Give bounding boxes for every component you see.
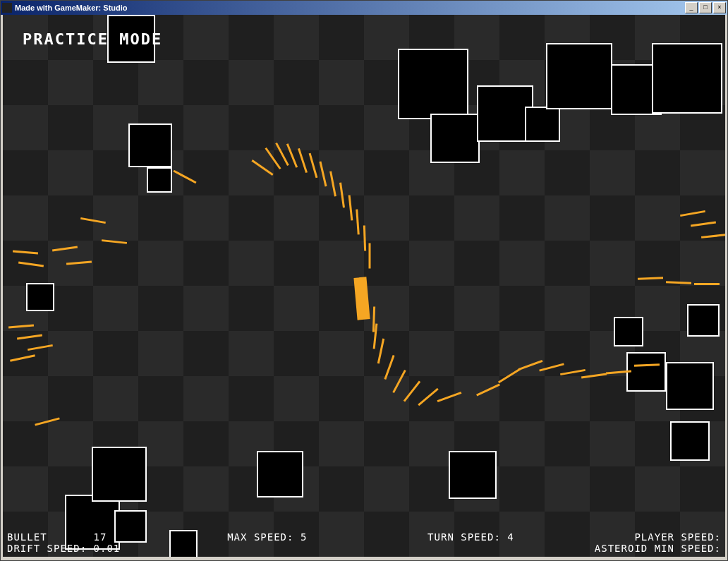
- asteroid: [687, 304, 720, 337]
- asteroid: [666, 362, 714, 410]
- stat-player-speed: PLAYER SPEED:: [634, 531, 721, 543]
- stat-max-speed: MAX SPEED: 5: [227, 531, 307, 543]
- window-frame: Made with GameMaker: Studio _ □ × PRACTI…: [0, 0, 728, 561]
- game-viewport[interactable]: PRACTICE MODE BULLET 17 MAX SPEED: 5 TUR…: [3, 15, 725, 557]
- asteroid: [92, 447, 147, 502]
- asteroid: [128, 123, 172, 167]
- asteroid: [449, 451, 497, 499]
- asteroid: [546, 43, 612, 109]
- title-bar[interactable]: Made with GameMaker: Studio _ □ ×: [1, 1, 727, 15]
- app-icon: [2, 3, 12, 13]
- hud-bottom: BULLET 17 MAX SPEED: 5 TURN SPEED: 4 PLA…: [3, 531, 725, 554]
- bullet: [369, 243, 371, 269]
- asteroid: [626, 352, 666, 392]
- asteroid: [257, 451, 303, 497]
- asteroid: [525, 107, 560, 142]
- stat-asteroid-min-speed: ASTEROID MIN SPEED:: [595, 543, 721, 554]
- window-title: Made with GameMaker: Studio: [15, 4, 128, 12]
- asteroid: [670, 421, 710, 461]
- stat-drift-speed: DRIFT SPEED: 0.01: [7, 543, 120, 554]
- maximize-button[interactable]: □: [699, 2, 712, 13]
- asteroid: [430, 114, 480, 163]
- bullet: [694, 283, 720, 285]
- close-button[interactable]: ×: [713, 2, 726, 13]
- minimize-button[interactable]: _: [685, 2, 698, 13]
- asteroid: [147, 167, 172, 193]
- asteroid: [652, 43, 722, 114]
- asteroid: [398, 49, 468, 119]
- window-controls: _ □ ×: [685, 2, 726, 13]
- asteroid: [614, 317, 643, 346]
- stat-bullet: BULLET 17: [7, 531, 107, 543]
- hud-mode-label: PRACTICE MODE: [23, 30, 162, 48]
- stat-turn-speed: TURN SPEED: 4: [427, 531, 514, 543]
- asteroid: [26, 283, 54, 311]
